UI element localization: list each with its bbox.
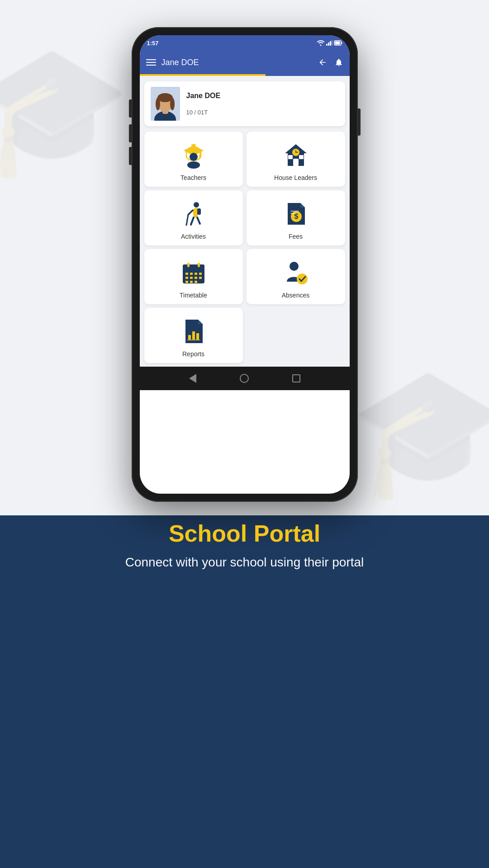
activities-label: Activities <box>181 233 206 240</box>
svg-rect-2 <box>330 41 331 46</box>
profile-class: 10 / 01T <box>186 109 221 116</box>
avatar <box>151 87 180 121</box>
svg-rect-22 <box>288 155 293 159</box>
absences-icon <box>281 258 310 287</box>
svg-rect-44 <box>190 277 193 279</box>
svg-rect-0 <box>326 44 328 46</box>
reports-icon <box>179 317 208 346</box>
app-content: Jane DOE 10 / 01T <box>140 76 350 367</box>
svg-rect-48 <box>190 281 193 283</box>
house-icon <box>281 141 310 170</box>
svg-rect-45 <box>195 277 197 279</box>
svg-rect-21 <box>293 159 299 166</box>
phone-mockup: 1:57 <box>132 27 358 502</box>
fees-icon: $ <box>281 199 310 228</box>
recents-nav-button[interactable] <box>290 372 303 385</box>
activities-icon <box>179 199 208 228</box>
menu-item-timetable[interactable]: Timetable <box>144 249 243 304</box>
app-subtitle: Connect with your school using their por… <box>125 553 364 571</box>
profile-name: Jane DOE <box>186 92 221 100</box>
status-bar: 1:57 <box>140 35 350 51</box>
svg-rect-47 <box>185 281 188 283</box>
svg-point-19 <box>199 156 201 158</box>
teacher-icon <box>179 141 208 170</box>
hamburger-icon[interactable] <box>146 59 156 66</box>
menu-grid: Teachers <box>140 132 350 367</box>
battery-icon <box>334 40 342 46</box>
menu-item-house-leaders[interactable]: House Leaders <box>247 132 345 187</box>
svg-rect-3 <box>332 40 332 46</box>
svg-rect-46 <box>199 277 202 279</box>
timetable-icon <box>179 258 208 287</box>
svg-rect-5 <box>341 42 342 44</box>
back-arrow-icon[interactable] <box>318 58 327 67</box>
menu-item-fees[interactable]: $ Fees <box>247 190 345 245</box>
svg-rect-23 <box>299 155 304 159</box>
menu-item-teachers[interactable]: Teachers <box>144 132 243 187</box>
phone-nav-bar <box>140 367 350 390</box>
svg-point-50 <box>290 262 299 271</box>
svg-rect-38 <box>198 263 200 267</box>
menu-item-absences[interactable]: Absences <box>247 249 345 304</box>
header-title: Jane DOE <box>161 58 313 67</box>
svg-point-16 <box>190 153 198 161</box>
svg-rect-53 <box>192 331 195 340</box>
menu-item-reports[interactable]: Reports <box>144 308 243 363</box>
svg-rect-6 <box>335 42 340 45</box>
app-header: Jane DOE <box>140 51 350 74</box>
svg-rect-54 <box>196 333 199 340</box>
fees-label: Fees <box>289 233 303 240</box>
app-title: School Portal <box>125 520 364 547</box>
svg-rect-37 <box>187 263 190 267</box>
home-nav-button[interactable] <box>237 372 251 385</box>
back-nav-button[interactable] <box>186 372 199 385</box>
status-icons <box>317 40 342 46</box>
bottom-section: School Portal Connect with your school u… <box>98 502 391 571</box>
svg-rect-42 <box>199 273 202 275</box>
svg-point-27 <box>194 202 199 208</box>
svg-rect-40 <box>190 273 193 275</box>
svg-rect-17 <box>191 144 196 146</box>
svg-rect-36 <box>183 268 204 270</box>
svg-point-13 <box>170 98 175 110</box>
wifi-icon <box>317 40 324 46</box>
reports-label: Reports <box>182 350 204 358</box>
svg-line-28 <box>186 215 188 225</box>
profile-card[interactable]: Jane DOE 10 / 01T <box>144 81 345 126</box>
svg-point-12 <box>156 98 160 110</box>
svg-point-51 <box>297 274 308 284</box>
timetable-label: Timetable <box>180 292 207 299</box>
svg-rect-41 <box>195 273 197 275</box>
status-time: 1:57 <box>147 40 159 47</box>
profile-info: Jane DOE 10 / 01T <box>186 92 221 116</box>
svg-rect-49 <box>195 281 197 283</box>
absences-label: Absences <box>282 292 309 299</box>
svg-rect-18 <box>199 151 201 156</box>
teachers-label: Teachers <box>180 174 206 181</box>
svg-rect-52 <box>188 335 191 340</box>
house-leaders-label: House Leaders <box>274 174 317 181</box>
svg-rect-1 <box>328 42 329 46</box>
svg-rect-39 <box>185 273 188 275</box>
signal-icon <box>326 40 332 46</box>
menu-item-activities[interactable]: Activities <box>144 190 243 245</box>
svg-point-15 <box>187 161 200 169</box>
svg-rect-29 <box>197 208 201 215</box>
svg-rect-43 <box>185 277 188 279</box>
notification-bell-icon[interactable] <box>334 58 343 67</box>
